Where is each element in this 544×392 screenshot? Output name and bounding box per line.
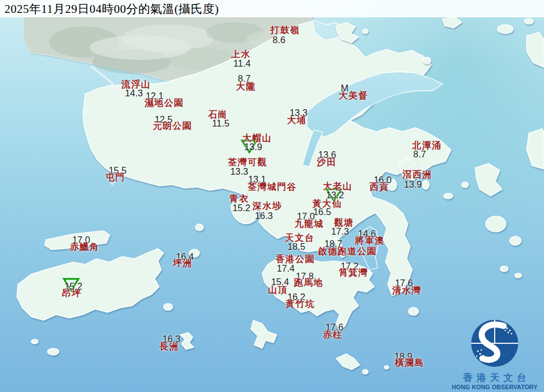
title-band: 2025年11月29日04時00分的氣溫(攝氏度) xyxy=(0,0,544,17)
waglan-island xyxy=(384,366,389,369)
hko-logo-icon xyxy=(450,317,540,371)
hko-logo-en-text: HONG KONG OBSERVATORY xyxy=(450,384,540,391)
map-title: 2025年11月29日04時00分的氣溫(攝氏度) xyxy=(0,1,219,17)
hko-logo: 香港天文台 HONG KONG OBSERVATORY xyxy=(450,317,540,391)
peng-chau-island xyxy=(189,249,199,257)
temperature-map-screen: 8.6打鼓嶺11.4上水8.7大隴M大美督14.3流浮山12.1濕地公園12.5… xyxy=(0,0,544,392)
hko-logo-cn-text: 香港天文台 xyxy=(454,373,540,384)
